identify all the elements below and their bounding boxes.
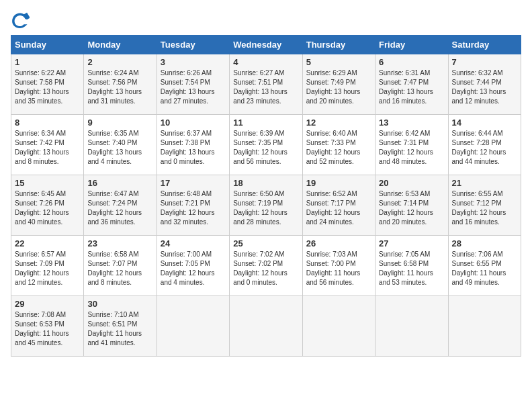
day-number: 30: [87, 299, 152, 309]
day-number: 7: [452, 57, 517, 67]
cell-info: Sunrise: 7:08 AMSunset: 6:53 PMDaylight:…: [15, 310, 80, 348]
cell-info: Sunrise: 6:47 AMSunset: 7:24 PMDaylight:…: [87, 189, 152, 227]
day-number: 21: [452, 178, 517, 188]
cell-info: Sunrise: 6:32 AMSunset: 7:44 PMDaylight:…: [452, 68, 517, 106]
cell-info: Sunrise: 6:37 AMSunset: 7:38 PMDaylight:…: [161, 129, 226, 167]
cell-info: Sunrise: 6:50 AMSunset: 7:19 PMDaylight:…: [233, 189, 298, 227]
day-number: 5: [306, 57, 371, 67]
cell-info: Sunrise: 7:10 AMSunset: 6:51 PMDaylight:…: [87, 310, 152, 348]
calendar-cell: 6Sunrise: 6:31 AMSunset: 7:47 PMDaylight…: [375, 54, 448, 115]
day-number: 1: [15, 57, 80, 67]
week-row-4: 22Sunrise: 6:57 AMSunset: 7:09 PMDayligh…: [11, 236, 521, 296]
cell-info: Sunrise: 6:40 AMSunset: 7:33 PMDaylight:…: [306, 129, 371, 167]
calendar-cell: 11Sunrise: 6:39 AMSunset: 7:35 PMDayligh…: [230, 115, 302, 175]
day-number: 9: [87, 118, 152, 128]
day-number: 24: [161, 238, 226, 248]
calendar-cell: 5Sunrise: 6:29 AMSunset: 7:49 PMDaylight…: [302, 54, 375, 115]
header-monday: Monday: [84, 36, 157, 54]
day-number: 4: [233, 57, 298, 67]
logo: [11, 11, 32, 30]
calendar-cell: 12Sunrise: 6:40 AMSunset: 7:33 PMDayligh…: [302, 115, 375, 175]
calendar-cell: 24Sunrise: 7:00 AMSunset: 7:05 PMDayligh…: [157, 236, 229, 296]
cell-info: Sunrise: 6:42 AMSunset: 7:31 PMDaylight:…: [379, 129, 444, 167]
header-saturday: Saturday: [448, 36, 521, 54]
day-number: 2: [87, 57, 152, 67]
day-number: 29: [15, 299, 80, 309]
calendar-cell: [375, 296, 448, 357]
day-number: 10: [161, 118, 226, 128]
cell-info: Sunrise: 6:57 AMSunset: 7:09 PMDaylight:…: [15, 250, 80, 287]
cell-info: Sunrise: 6:24 AMSunset: 7:56 PMDaylight:…: [87, 68, 152, 106]
cell-info: Sunrise: 6:44 AMSunset: 7:28 PMDaylight:…: [452, 129, 517, 167]
day-number: 3: [161, 57, 226, 67]
cell-info: Sunrise: 6:35 AMSunset: 7:40 PMDaylight:…: [87, 129, 152, 167]
calendar-cell: [230, 296, 302, 357]
week-row-3: 15Sunrise: 6:45 AMSunset: 7:26 PMDayligh…: [11, 175, 521, 236]
day-number: 23: [87, 238, 152, 248]
day-number: 16: [87, 178, 152, 188]
calendar-cell: 28Sunrise: 7:06 AMSunset: 6:55 PMDayligh…: [448, 236, 521, 296]
calendar-cell: [157, 296, 229, 357]
calendar-cell: 1Sunrise: 6:22 AMSunset: 7:58 PMDaylight…: [11, 54, 84, 115]
cell-info: Sunrise: 7:02 AMSunset: 7:02 PMDaylight:…: [233, 250, 298, 287]
header-row: SundayMondayTuesdayWednesdayThursdayFrid…: [11, 36, 521, 54]
header-thursday: Thursday: [302, 36, 375, 54]
calendar-cell: 2Sunrise: 6:24 AMSunset: 7:56 PMDaylight…: [84, 54, 157, 115]
day-number: 19: [306, 178, 371, 188]
week-row-5: 29Sunrise: 7:08 AMSunset: 6:53 PMDayligh…: [11, 296, 521, 357]
day-number: 6: [379, 57, 444, 67]
calendar-cell: 19Sunrise: 6:52 AMSunset: 7:17 PMDayligh…: [302, 175, 375, 236]
day-number: 14: [452, 118, 517, 128]
calendar-cell: 20Sunrise: 6:53 AMSunset: 7:14 PMDayligh…: [375, 175, 448, 236]
cell-info: Sunrise: 7:05 AMSunset: 6:58 PMDaylight:…: [379, 250, 444, 287]
page-header: [11, 11, 521, 30]
calendar-cell: 10Sunrise: 6:37 AMSunset: 7:38 PMDayligh…: [157, 115, 229, 175]
calendar-cell: 14Sunrise: 6:44 AMSunset: 7:28 PMDayligh…: [448, 115, 521, 175]
calendar-table: SundayMondayTuesdayWednesdayThursdayFrid…: [11, 35, 521, 357]
day-number: 13: [379, 118, 444, 128]
day-number: 20: [379, 178, 444, 188]
cell-info: Sunrise: 6:48 AMSunset: 7:21 PMDaylight:…: [161, 189, 226, 227]
cell-info: Sunrise: 6:26 AMSunset: 7:54 PMDaylight:…: [161, 68, 226, 106]
day-number: 8: [15, 118, 80, 128]
calendar-cell: 27Sunrise: 7:05 AMSunset: 6:58 PMDayligh…: [375, 236, 448, 296]
calendar-cell: 29Sunrise: 7:08 AMSunset: 6:53 PMDayligh…: [11, 296, 84, 357]
calendar-cell: 4Sunrise: 6:27 AMSunset: 7:51 PMDaylight…: [230, 54, 302, 115]
calendar-cell: 22Sunrise: 6:57 AMSunset: 7:09 PMDayligh…: [11, 236, 84, 296]
cell-info: Sunrise: 6:27 AMSunset: 7:51 PMDaylight:…: [233, 68, 298, 106]
cell-info: Sunrise: 7:06 AMSunset: 6:55 PMDaylight:…: [452, 250, 517, 287]
cell-info: Sunrise: 7:00 AMSunset: 7:05 PMDaylight:…: [161, 250, 226, 287]
cell-info: Sunrise: 6:22 AMSunset: 7:58 PMDaylight:…: [15, 68, 80, 106]
calendar-cell: 26Sunrise: 7:03 AMSunset: 7:00 PMDayligh…: [302, 236, 375, 296]
day-number: 11: [233, 118, 298, 128]
calendar-cell: 25Sunrise: 7:02 AMSunset: 7:02 PMDayligh…: [230, 236, 302, 296]
week-row-1: 1Sunrise: 6:22 AMSunset: 7:58 PMDaylight…: [11, 54, 521, 115]
day-number: 22: [15, 238, 80, 248]
cell-info: Sunrise: 6:31 AMSunset: 7:47 PMDaylight:…: [379, 68, 444, 106]
calendar-cell: 3Sunrise: 6:26 AMSunset: 7:54 PMDaylight…: [157, 54, 229, 115]
cell-info: Sunrise: 6:29 AMSunset: 7:49 PMDaylight:…: [306, 68, 371, 106]
calendar-cell: 17Sunrise: 6:48 AMSunset: 7:21 PMDayligh…: [157, 175, 229, 236]
cell-info: Sunrise: 6:34 AMSunset: 7:42 PMDaylight:…: [15, 129, 80, 167]
calendar-cell: 18Sunrise: 6:50 AMSunset: 7:19 PMDayligh…: [230, 175, 302, 236]
day-number: 26: [306, 238, 371, 248]
header-friday: Friday: [375, 36, 448, 54]
week-row-2: 8Sunrise: 6:34 AMSunset: 7:42 PMDaylight…: [11, 115, 521, 175]
header-tuesday: Tuesday: [157, 36, 229, 54]
day-number: 12: [306, 118, 371, 128]
day-number: 15: [15, 178, 80, 188]
calendar-cell: 13Sunrise: 6:42 AMSunset: 7:31 PMDayligh…: [375, 115, 448, 175]
logo-icon: [11, 11, 30, 30]
header-sunday: Sunday: [11, 36, 84, 54]
calendar-cell: 30Sunrise: 7:10 AMSunset: 6:51 PMDayligh…: [84, 296, 157, 357]
cell-info: Sunrise: 6:58 AMSunset: 7:07 PMDaylight:…: [87, 250, 152, 287]
cell-info: Sunrise: 6:53 AMSunset: 7:14 PMDaylight:…: [379, 189, 444, 227]
day-number: 18: [233, 178, 298, 188]
cell-info: Sunrise: 6:52 AMSunset: 7:17 PMDaylight:…: [306, 189, 371, 227]
cell-info: Sunrise: 6:45 AMSunset: 7:26 PMDaylight:…: [15, 189, 80, 227]
day-number: 28: [452, 238, 517, 248]
header-wednesday: Wednesday: [230, 36, 302, 54]
cell-info: Sunrise: 6:39 AMSunset: 7:35 PMDaylight:…: [233, 129, 298, 167]
calendar-cell: [302, 296, 375, 357]
calendar-cell: 16Sunrise: 6:47 AMSunset: 7:24 PMDayligh…: [84, 175, 157, 236]
